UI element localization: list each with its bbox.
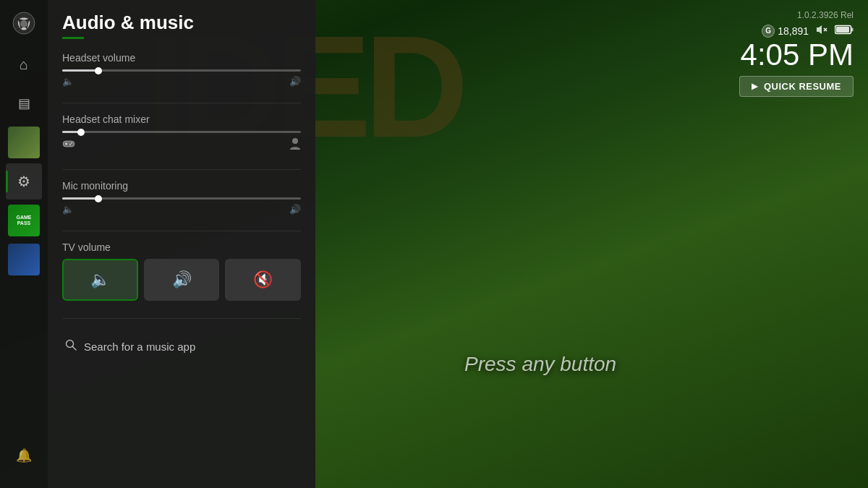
vol-low-icon: 🔈 (90, 270, 110, 289)
mic-vol-max-icon: 🔊 (289, 204, 301, 215)
divider-1 (62, 103, 301, 103)
divider-4 (62, 318, 301, 319)
volume-min-icon: 🔈 (62, 76, 74, 87)
play-icon: ▶ (752, 82, 758, 91)
sidebar-item-home[interactable]: ⌂ (6, 46, 42, 82)
tv-vol-mute-button[interactable]: 🔇 (225, 259, 301, 301)
divider-3 (62, 231, 301, 231)
sidebar: ⌂ ▤ ⚙ GAMEPASS 🔔 (0, 0, 48, 488)
divider-2 (62, 169, 301, 170)
svg-point-5 (71, 142, 72, 144)
person-icon (289, 137, 301, 153)
press-any-button-text: Press any button (464, 353, 616, 376)
svg-rect-14 (836, 27, 849, 33)
mixer-icons-row (62, 137, 301, 153)
headset-volume-track[interactable] (62, 69, 301, 72)
sidebar-item-library[interactable]: ▤ (6, 85, 42, 121)
sidebar-item-gamepass[interactable]: GAMEPASS (6, 202, 42, 239)
headset-volume-section: Headset volume 🔈 🔊 (62, 52, 301, 87)
gamerscore-icon: G (762, 25, 775, 38)
top-right-hud: 1.0.2.3926 Rel G 18,891 4:05 PM ▶ (739, 10, 854, 97)
version-text: 1.0.2.3926 Rel (739, 10, 854, 20)
vol-mid-icon: 🔊 (172, 270, 192, 289)
battery-icon (835, 23, 854, 38)
mic-monitoring-section: Mic monitoring 🔈 🔊 (62, 180, 301, 215)
sidebar-item-settings[interactable]: ⚙ (6, 163, 42, 200)
svg-point-1 (20, 20, 27, 27)
sidebar-item-notifications[interactable]: 🔔 (6, 437, 42, 474)
home-icon: ⌂ (20, 56, 28, 73)
gamerscore-value: 18,891 (778, 25, 809, 37)
paramount-thumbnail (8, 244, 40, 275)
headset-chat-mixer-label: Headset chat mixer (62, 114, 301, 125)
sidebar-item-grounded[interactable] (6, 124, 42, 160)
headset-volume-thumb (95, 67, 102, 74)
tv-volume-section: TV volume 🔈 🔊 🔇 (62, 241, 301, 301)
headset-volume-label: Headset volume (62, 52, 301, 64)
mic-monitoring-thumb (95, 195, 102, 202)
gamerscore-display: G 18,891 (762, 25, 809, 38)
svg-rect-2 (63, 141, 75, 147)
search-music-icon (65, 339, 77, 354)
svg-point-7 (292, 138, 298, 144)
headset-volume-icons: 🔈 🔊 (62, 76, 301, 87)
search-music-row[interactable]: Search for a music app (62, 332, 301, 361)
tv-volume-buttons: 🔈 🔊 🔇 (62, 259, 301, 301)
mic-monitoring-fill (62, 197, 98, 200)
svg-line-9 (73, 347, 77, 351)
gamepass-thumbnail: GAMEPASS (8, 205, 40, 236)
tv-vol-low-button[interactable]: 🔈 (62, 259, 138, 301)
quick-resume-button[interactable]: ▶ QUICK RESUME (739, 76, 854, 97)
mic-vol-min-icon: 🔈 (62, 204, 74, 215)
mic-monitoring-icons: 🔈 🔊 (62, 204, 301, 215)
library-icon: ▤ (18, 95, 30, 111)
panel-accent-line (62, 37, 84, 39)
quick-resume-label: QUICK RESUME (764, 81, 841, 92)
tv-volume-label: TV volume (62, 241, 301, 253)
mic-monitoring-track[interactable] (62, 197, 301, 200)
headset-chat-mixer-section: Headset chat mixer (62, 114, 301, 153)
search-music-label: Search for a music app (84, 341, 195, 353)
headset-chat-mixer-thumb (77, 129, 85, 136)
headset-chat-mixer-track[interactable] (62, 131, 301, 133)
gamepad-icon (62, 139, 75, 152)
xbox-logo[interactable] (9, 9, 38, 38)
vol-mute-icon: 🔇 (253, 270, 273, 289)
bell-icon: 🔔 (16, 448, 32, 463)
settings-icon: ⚙ (17, 173, 30, 190)
volume-max-icon: 🔊 (289, 76, 301, 87)
audio-music-panel: Audio & music Headset volume 🔈 🔊 Headset… (48, 0, 315, 488)
mic-monitoring-label: Mic monitoring (62, 180, 301, 192)
panel-title: Audio & music (62, 12, 301, 34)
mute-status-icon (816, 24, 827, 38)
sidebar-item-paramount[interactable] (6, 241, 42, 278)
tv-vol-mid-button[interactable]: 🔊 (144, 259, 220, 301)
svg-rect-13 (851, 28, 854, 32)
svg-point-6 (69, 144, 71, 145)
hud-status-row: G 18,891 (739, 23, 854, 38)
grounded-thumbnail (8, 127, 40, 158)
clock-display: 4:05 PM (739, 40, 854, 70)
headset-volume-fill (62, 69, 98, 72)
